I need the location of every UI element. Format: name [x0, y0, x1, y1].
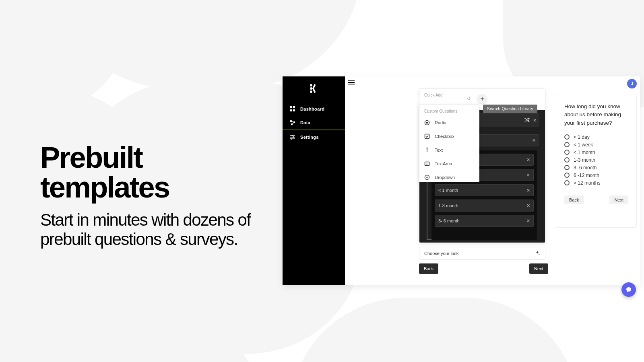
- qtype-label: Text: [435, 148, 443, 152]
- user-avatar[interactable]: J: [627, 79, 637, 88]
- preview-option-label: > 12 months: [574, 180, 600, 186]
- radio-icon: [564, 165, 570, 170]
- answer-option-input[interactable]: < 1 month ✕: [435, 184, 534, 196]
- radio-icon: [564, 142, 570, 147]
- hero-subtitle: Start in minutes with dozens of prebuilt…: [40, 210, 278, 249]
- svg-rect-4: [290, 106, 292, 108]
- svg-point-14: [291, 135, 293, 136]
- sidebar-item-label: Data: [300, 120, 310, 125]
- preview-option-label: < 1 month: [574, 150, 595, 155]
- survey-preview: How long did you know about us before ma…: [556, 95, 637, 228]
- svg-point-18: [426, 122, 428, 124]
- text-icon: [424, 147, 430, 153]
- radio-icon: [564, 134, 570, 140]
- delete-option[interactable]: ✕: [526, 218, 530, 224]
- preview-option[interactable]: 3- 6 month: [564, 165, 628, 171]
- svg-point-23: [425, 175, 429, 180]
- sidebar-item-dashboard[interactable]: Dashboard: [283, 102, 345, 116]
- preview-option[interactable]: 1-3 month: [564, 157, 628, 163]
- qtype-label: Dropdown: [435, 175, 455, 180]
- delete-question-2[interactable]: ✕: [532, 138, 536, 143]
- svg-rect-5: [293, 106, 295, 108]
- qtype-text[interactable]: Text: [419, 143, 479, 157]
- brand-logo: [310, 84, 318, 94]
- answer-option-input[interactable]: 3- 6 month ✕: [435, 215, 534, 227]
- hero-title: Prebuilt templates: [40, 143, 278, 202]
- add-question-button[interactable]: +: [477, 94, 487, 104]
- chat-fab[interactable]: [621, 282, 636, 297]
- preview-option-label: < 1 week: [574, 142, 593, 148]
- delete-option[interactable]: ✕: [526, 157, 530, 162]
- sidebar-item-settings[interactable]: Settings: [283, 130, 345, 144]
- svg-point-2: [310, 90, 312, 93]
- svg-point-16: [291, 138, 292, 140]
- radio-icon: [564, 157, 570, 162]
- preview-option[interactable]: < 1 month: [564, 150, 628, 155]
- qtype-checkbox[interactable]: Checkbox: [419, 130, 479, 143]
- preview-option[interactable]: < 1 week: [564, 142, 628, 148]
- svg-point-24: [539, 254, 540, 255]
- sliders-icon: [290, 134, 295, 140]
- checkbox-icon: [424, 134, 430, 139]
- hamburger-icon[interactable]: [348, 80, 355, 84]
- preview-option[interactable]: > 12 months: [564, 180, 628, 186]
- search-library-tooltip: Search Question Library: [483, 105, 537, 113]
- preview-option[interactable]: < 1 day: [564, 134, 628, 140]
- qtype-textarea[interactable]: TextArea: [419, 157, 479, 171]
- qtype-radio[interactable]: Radio: [419, 116, 479, 130]
- textarea-icon: [424, 161, 430, 167]
- delete-option[interactable]: ✕: [526, 188, 530, 193]
- app-window: Dashboard Data Settings J Quick Add ↺: [283, 76, 640, 285]
- shuffle-icon[interactable]: [524, 117, 530, 123]
- question-type-header: Custom Questions: [419, 105, 479, 116]
- question-type-menu: Custom Questions Radio Checkbox Text: [419, 105, 479, 182]
- svg-point-0: [310, 84, 312, 86]
- answer-option-input[interactable]: 1-3 month ✕: [435, 200, 534, 212]
- preview-question: How long did you know about us before ma…: [564, 103, 628, 127]
- preview-option[interactable]: 6 -12 month: [564, 173, 628, 178]
- sidebar-item-data[interactable]: Data: [283, 116, 345, 130]
- data-icon: [290, 120, 295, 125]
- delete-question-1[interactable]: ✕: [533, 118, 537, 123]
- preview-next-button[interactable]: Next: [609, 195, 628, 204]
- sidebar-item-label: Dashboard: [300, 107, 324, 111]
- wizard-next-button[interactable]: Next: [529, 263, 548, 274]
- radio-icon: [564, 180, 570, 185]
- preview-option-label: 6 -12 month: [574, 173, 599, 178]
- sidebar-item-label: Settings: [300, 135, 319, 140]
- answer-option-label: < 1 month: [438, 188, 458, 193]
- sparkle-icon: [535, 250, 540, 257]
- svg-rect-20: [425, 162, 429, 166]
- qtype-label: Radio: [435, 120, 446, 125]
- preview-back-button[interactable]: Back: [564, 195, 584, 204]
- radio-icon: [564, 173, 570, 178]
- preview-option-label: 3- 6 month: [574, 165, 597, 171]
- delete-option[interactable]: ✕: [526, 203, 530, 208]
- qtype-dropdown[interactable]: Dropdown: [419, 171, 479, 182]
- svg-rect-6: [290, 109, 292, 111]
- chat-icon: [625, 286, 632, 293]
- radio-icon: [424, 120, 430, 125]
- radio-icon: [564, 150, 570, 155]
- choose-look-label: Choose your look: [424, 251, 459, 256]
- svg-point-15: [293, 137, 294, 138]
- qtype-label: TextArea: [435, 161, 452, 166]
- preview-option-label: 1-3 month: [574, 157, 595, 163]
- answer-option-label: 3- 6 month: [438, 218, 460, 223]
- main-area: J Quick Add ↺ + d you first hea ✕: [345, 76, 640, 285]
- svg-rect-7: [293, 109, 295, 111]
- choose-look-bar[interactable]: Choose your look: [419, 247, 545, 260]
- wizard-back-button[interactable]: Back: [419, 263, 438, 274]
- undo-icon[interactable]: ↺: [467, 96, 471, 101]
- answer-option-label: 1-3 month: [438, 203, 458, 208]
- delete-option[interactable]: ✕: [526, 173, 530, 178]
- dashboard-icon: [290, 106, 295, 112]
- dropdown-icon: [424, 175, 430, 180]
- qtype-label: Checkbox: [435, 134, 454, 139]
- preview-option-label: < 1 day: [574, 134, 590, 140]
- sidebar: Dashboard Data Settings: [283, 76, 345, 285]
